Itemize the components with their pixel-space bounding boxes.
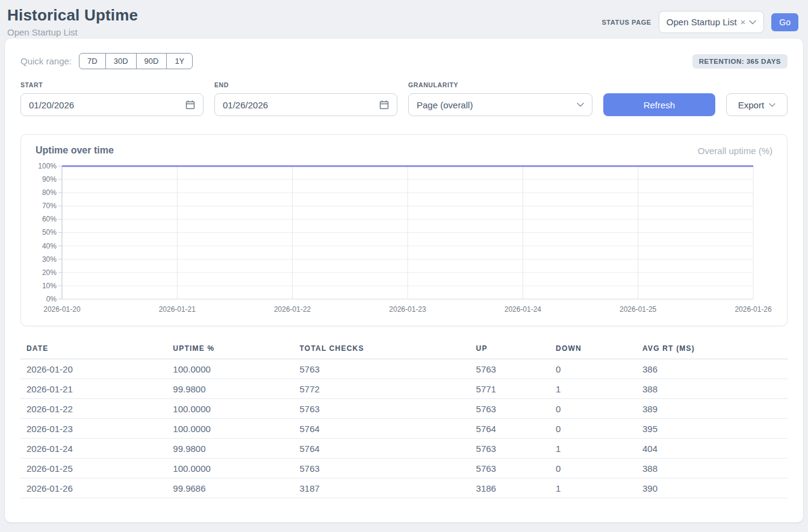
table-row: 2026-01-2499.9800576457631404 <box>20 439 788 459</box>
svg-text:2026-01-22: 2026-01-22 <box>274 305 311 314</box>
page-header: Historical Uptime Open Startup List STAT… <box>0 0 808 39</box>
column-header: UPTIME % <box>167 341 293 359</box>
main-panel: Quick range: 7D30D90D1Y RETENTION: 365 D… <box>5 39 803 522</box>
table-cell: 5764 <box>294 439 470 459</box>
table-cell: 0 <box>550 459 636 478</box>
table-row: 2026-01-2199.9800577257711388 <box>20 379 788 399</box>
column-header: DATE <box>20 341 167 359</box>
table-cell: 1 <box>550 478 636 498</box>
quick-range-label: Quick range: <box>20 56 72 66</box>
svg-text:2026-01-25: 2026-01-25 <box>620 305 657 314</box>
table-cell: 0 <box>550 399 636 419</box>
column-header: AVG RT (MS) <box>636 341 788 359</box>
quick-range-30d[interactable]: 30D <box>105 53 137 69</box>
svg-text:30%: 30% <box>42 255 57 264</box>
table-cell: 5763 <box>294 399 470 419</box>
table-cell: 100.0000 <box>167 359 293 379</box>
svg-text:2026-01-24: 2026-01-24 <box>505 305 542 314</box>
svg-text:60%: 60% <box>42 215 57 223</box>
uptime-chart: 100%90%80%70%60%50%40%30%20%10%0%2026-01… <box>36 161 772 316</box>
table-cell: 390 <box>636 478 788 498</box>
chevron-down-icon <box>577 102 584 107</box>
table-cell: 2026-01-24 <box>20 439 167 459</box>
quick-range-90d[interactable]: 90D <box>136 53 167 69</box>
svg-text:40%: 40% <box>42 242 57 250</box>
table-header-row: DATEUPTIME %TOTAL CHECKSUPDOWNAVG RT (MS… <box>20 341 788 359</box>
export-button[interactable]: Export <box>726 93 788 116</box>
uptime-chart-card: Uptime over time Overall uptime (%) 100%… <box>20 134 788 326</box>
table-cell: 0 <box>550 359 636 379</box>
quick-range-group: 7D30D90D1Y <box>79 53 193 69</box>
table-row: 2026-01-25100.0000576357630388 <box>20 459 788 478</box>
end-date-input[interactable]: 01/26/2026 <box>214 93 397 116</box>
svg-text:2026-01-20: 2026-01-20 <box>43 305 81 314</box>
svg-text:20%: 20% <box>42 268 57 277</box>
table-cell: 2026-01-20 <box>20 359 167 379</box>
table-cell: 2026-01-22 <box>20 399 167 419</box>
chart-title: Uptime over time <box>36 145 114 156</box>
page-subtitle: Open Startup List <box>7 27 138 37</box>
table-cell: 389 <box>636 399 788 419</box>
table-cell: 99.9686 <box>167 478 293 498</box>
table-cell: 5763 <box>294 459 470 478</box>
quick-range-1y[interactable]: 1Y <box>166 53 193 69</box>
status-page-select[interactable]: Open Startup List × <box>659 11 765 33</box>
table-cell: 0 <box>550 419 636 439</box>
table-row: 2026-01-23100.0000576457640395 <box>20 419 788 439</box>
table-cell: 5764 <box>294 419 470 439</box>
table-cell: 5763 <box>470 439 550 459</box>
svg-text:80%: 80% <box>42 188 57 197</box>
header-controls: STATUS PAGE Open Startup List × Go <box>601 11 798 33</box>
end-date-value: 01/26/2026 <box>223 100 268 110</box>
table-cell: 5771 <box>470 379 550 399</box>
granularity-label: GRANULARITY <box>408 81 592 88</box>
granularity-selected-value: Page (overall) <box>417 100 473 110</box>
uptime-table: DATEUPTIME %TOTAL CHECKSUPDOWNAVG RT (MS… <box>20 341 788 498</box>
quick-range-7d[interactable]: 7D <box>79 53 106 69</box>
refresh-button[interactable]: Refresh <box>603 93 715 116</box>
export-button-label: Export <box>738 100 764 110</box>
status-page-selected-value: Open Startup List <box>667 17 737 27</box>
clear-selection-icon[interactable]: × <box>741 17 746 26</box>
svg-text:10%: 10% <box>42 282 57 290</box>
calendar-icon[interactable] <box>185 100 195 110</box>
granularity-select[interactable]: Page (overall) <box>408 93 592 116</box>
table-cell: 100.0000 <box>167 399 293 419</box>
table-cell: 386 <box>636 359 788 379</box>
start-date-input[interactable]: 01/20/2026 <box>20 93 204 116</box>
page-title: Historical Uptime <box>7 6 138 25</box>
column-header: TOTAL CHECKS <box>294 341 470 359</box>
svg-text:2026-01-21: 2026-01-21 <box>159 305 196 314</box>
table-cell: 3187 <box>294 478 470 498</box>
table-row: 2026-01-2699.9686318731861390 <box>20 478 788 498</box>
table-cell: 1 <box>550 379 636 399</box>
table-cell: 2026-01-23 <box>20 419 167 439</box>
svg-text:100%: 100% <box>38 162 57 170</box>
start-date-label: START <box>20 81 204 88</box>
svg-text:50%: 50% <box>42 228 57 237</box>
column-header: DOWN <box>550 341 636 359</box>
table-cell: 2026-01-26 <box>20 478 167 498</box>
chart-legend: Overall uptime (%) <box>698 146 772 156</box>
table-cell: 5763 <box>470 459 550 478</box>
table-cell: 388 <box>636 459 788 478</box>
filter-row: START 01/20/2026 END 01/26/2026 GRANULAR… <box>20 81 788 116</box>
table-cell: 100.0000 <box>167 419 293 439</box>
title-block: Historical Uptime Open Startup List <box>7 6 138 37</box>
svg-text:2026-01-26: 2026-01-26 <box>735 305 772 314</box>
chevron-down-icon <box>769 103 775 107</box>
table-cell: 5763 <box>294 359 470 379</box>
status-page-label: STATUS PAGE <box>601 19 651 26</box>
svg-text:90%: 90% <box>42 175 57 184</box>
go-button[interactable]: Go <box>771 13 798 31</box>
calendar-icon[interactable] <box>379 100 389 110</box>
table-cell: 1 <box>550 439 636 459</box>
table-cell: 99.9800 <box>167 379 293 399</box>
table-row: 2026-01-22100.0000576357630389 <box>20 399 788 419</box>
table-cell: 2026-01-21 <box>20 379 167 399</box>
start-date-value: 01/20/2026 <box>29 100 74 110</box>
svg-text:70%: 70% <box>42 202 57 210</box>
table-cell: 3186 <box>470 478 550 498</box>
end-date-label: END <box>214 81 397 88</box>
table-row: 2026-01-20100.0000576357630386 <box>20 359 788 379</box>
